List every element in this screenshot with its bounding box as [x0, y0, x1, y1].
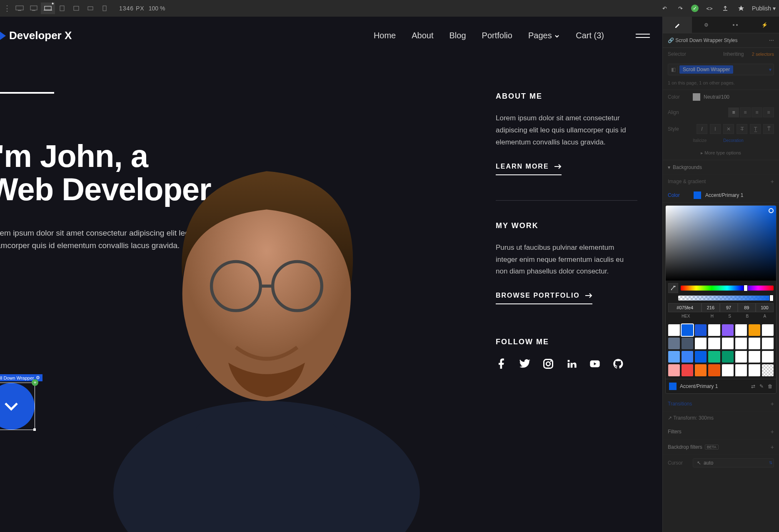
color-swatch[interactable]	[682, 351, 693, 363]
instagram-icon[interactable]	[542, 358, 554, 370]
status-ok-icon[interactable]: ✓	[691, 5, 699, 12]
twitter-icon[interactable]	[519, 358, 531, 370]
color-swatch[interactable]	[762, 324, 774, 336]
italic-icon[interactable]: I	[697, 124, 707, 134]
color-swatch[interactable]	[708, 338, 720, 349]
align-center-icon[interactable]: ≡	[740, 107, 751, 117]
color-swatch[interactable]	[695, 351, 707, 363]
breakpoint-mobile-icon[interactable]	[97, 2, 112, 14]
color-swatch[interactable]	[735, 324, 747, 336]
add-background-icon[interactable]: +	[771, 178, 774, 185]
learn-more-link[interactable]: LEARN MORE	[496, 163, 562, 175]
color-swatch[interactable]	[708, 364, 720, 376]
breakpoint-laptop-icon[interactable]	[41, 2, 55, 14]
transition-item[interactable]: ↗ Transform: 300ms	[668, 415, 714, 421]
add-filter-icon[interactable]: +	[771, 428, 774, 435]
italic-off-icon[interactable]: I	[710, 124, 721, 134]
mode-hex[interactable]: HEX	[668, 314, 703, 318]
mode-b[interactable]: B	[739, 314, 756, 318]
style-tab-icon[interactable]	[663, 17, 692, 33]
hex-input[interactable]	[668, 303, 702, 312]
color-swatch[interactable]	[668, 364, 680, 376]
settings-tab-icon[interactable]: ⚙	[692, 17, 721, 33]
color-swatch[interactable]	[695, 324, 707, 336]
a-input[interactable]	[756, 303, 774, 312]
sat-cursor[interactable]	[769, 208, 774, 213]
color-swatch[interactable]	[735, 338, 747, 349]
breakpoint-large-icon[interactable]	[12, 2, 27, 14]
site-logo[interactable]: Developer X	[0, 29, 72, 42]
underline-icon[interactable]: T̲	[750, 124, 761, 134]
align-right-icon[interactable]: ≡	[752, 107, 762, 117]
viewport-size[interactable]: 1346 PX	[119, 5, 145, 12]
nav-home[interactable]: Home	[374, 31, 396, 40]
interactions-tab-icon[interactable]	[721, 17, 750, 33]
chevron-down-icon[interactable]: ▼	[768, 67, 772, 72]
breakpoint-desktop-icon[interactable]	[27, 2, 41, 14]
edit-icon[interactable]: ✎	[759, 383, 764, 389]
color-swatch[interactable]	[722, 338, 734, 349]
effects-tab-icon[interactable]: ⚡	[750, 17, 779, 33]
design-canvas[interactable]: Developer X Home About Blog Portfolio Pa…	[0, 17, 662, 532]
align-left-icon[interactable]: ≡	[728, 107, 739, 117]
linkedin-icon[interactable]	[566, 358, 577, 370]
selection-handles[interactable]	[0, 383, 35, 430]
more-type-options[interactable]: ▸ More type options	[663, 146, 779, 160]
add-transition-icon[interactable]: +	[771, 400, 774, 407]
code-icon[interactable]: <>	[704, 3, 714, 13]
saturation-field[interactable]	[666, 206, 776, 281]
color-swatch[interactable]	[682, 324, 693, 336]
backdrop-section[interactable]: Backdrop filters BETA +	[663, 440, 779, 455]
states-icon[interactable]: ◧	[669, 66, 678, 73]
breakpoint-tablet-icon[interactable]	[55, 2, 69, 14]
color-swatch[interactable]	[682, 338, 693, 349]
github-icon[interactable]	[612, 358, 624, 370]
inheriting-count[interactable]: 2 selectors	[752, 52, 774, 57]
hue-slider[interactable]	[681, 286, 774, 291]
unlink-icon[interactable]: ⇄	[751, 383, 755, 389]
menu-hamburger-icon[interactable]	[636, 34, 650, 38]
bg-color-swatch[interactable]	[694, 191, 701, 199]
alpha-slider[interactable]	[678, 296, 774, 301]
color-swatch[interactable]	[668, 338, 680, 349]
breakpoint-mobile-landscape-icon[interactable]	[83, 2, 97, 14]
color-swatch[interactable]	[668, 324, 680, 336]
audit-icon[interactable]	[736, 3, 746, 13]
undo-icon[interactable]: ↶	[659, 3, 669, 13]
nav-portfolio[interactable]: Portfolio	[482, 31, 512, 40]
panel-more-icon[interactable]: ⋯	[769, 37, 774, 43]
class-selector[interactable]: ◧ Scroll Down Wrapper ▼	[668, 64, 774, 75]
color-swatch[interactable]	[749, 338, 760, 349]
color-swatch[interactable]	[722, 364, 734, 376]
color-swatch[interactable]	[722, 324, 734, 336]
mode-s[interactable]: S	[721, 314, 739, 318]
color-swatch[interactable]	[762, 364, 774, 376]
scroll-down-wrapper[interactable]: Scroll Down Wrapper ⚙ +	[0, 383, 34, 429]
color-swatch[interactable]	[708, 324, 720, 336]
color-swatch[interactable]	[695, 364, 707, 376]
nav-pages[interactable]: Pages	[528, 31, 560, 40]
color-swatch[interactable]	[682, 364, 693, 376]
decoration-none-icon[interactable]: ✕	[723, 124, 734, 134]
eyedropper-icon[interactable]	[668, 283, 678, 293]
strikethrough-icon[interactable]: T̶	[737, 124, 747, 134]
nav-about[interactable]: About	[412, 31, 433, 40]
class-tag[interactable]: Scroll Down Wrapper	[679, 65, 733, 74]
publish-button[interactable]: Publish ▾	[752, 5, 776, 12]
color-swatch[interactable]	[749, 351, 760, 363]
add-handle-icon[interactable]: +	[32, 379, 38, 386]
color-swatch[interactable]	[668, 351, 680, 363]
mode-h[interactable]: H	[703, 314, 721, 318]
cursor-select[interactable]: ↖auto⇅	[693, 458, 774, 467]
menu-dots-icon[interactable]: ⋮	[3, 5, 11, 12]
transitions-section[interactable]: Transitions+	[663, 396, 779, 412]
youtube-icon[interactable]	[589, 358, 601, 370]
color-swatch[interactable]	[749, 324, 760, 336]
b-input[interactable]	[738, 303, 756, 312]
color-swatch[interactable]	[735, 364, 747, 376]
breakpoint-tablet-landscape-icon[interactable]	[69, 2, 83, 14]
color-swatch[interactable]	[762, 338, 774, 349]
nav-blog[interactable]: Blog	[449, 31, 466, 40]
h-input[interactable]	[702, 303, 719, 312]
nav-cart[interactable]: Cart (3)	[576, 31, 604, 40]
